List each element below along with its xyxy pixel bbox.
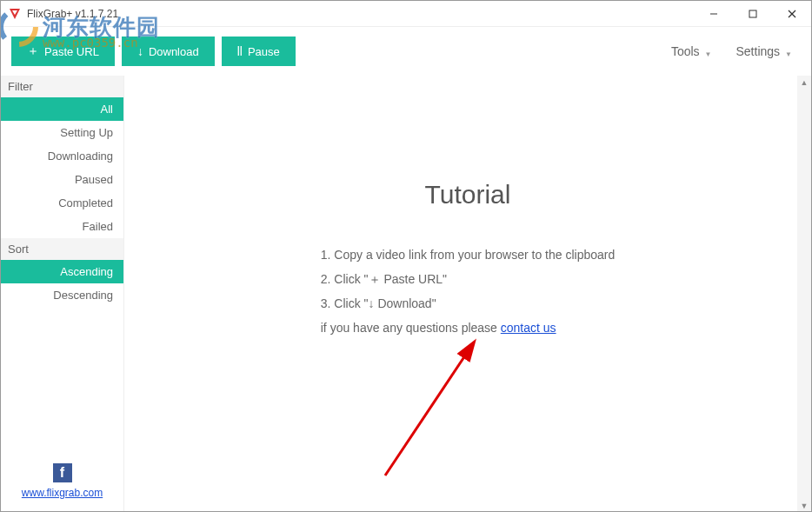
sidebar-footer: f www.flixgrab.com: [1, 456, 123, 512]
tutorial-help-prefix: if you have any questions please: [321, 321, 501, 335]
facebook-icon[interactable]: f: [53, 463, 72, 482]
chevron-down-icon: ▼: [785, 50, 792, 58]
tutorial-step-3: 3. Click "↓ Download": [321, 291, 616, 316]
window-controls: [694, 1, 811, 26]
tutorial-panel: Tutorial 1. Copy a video link from your …: [321, 180, 616, 340]
download-icon: ↓: [137, 44, 143, 58]
tools-label: Tools: [671, 44, 700, 58]
download-button[interactable]: ↓ Download: [122, 37, 215, 66]
body: Filter All Setting Up Downloading Paused…: [1, 76, 811, 512]
minimize-button[interactable]: [694, 1, 733, 26]
plus-icon: ＋: [27, 43, 39, 59]
main-content: Tutorial 1. Copy a video link from your …: [124, 76, 811, 512]
sort-header: Sort: [1, 238, 123, 260]
toolbar: ＋ Paste URL ↓ Download ll Pause Tools ▼ …: [1, 27, 811, 76]
chevron-down-icon: ▼: [705, 50, 712, 58]
sidebar: Filter All Setting Up Downloading Paused…: [1, 76, 124, 512]
pause-icon: ll: [237, 44, 243, 58]
filter-header: Filter: [1, 76, 123, 97]
filter-item-paused[interactable]: Paused: [1, 168, 123, 191]
pause-button[interactable]: ll Pause: [222, 37, 296, 66]
tutorial-step-2: 2. Click "＋ Paste URL": [321, 267, 616, 291]
svg-line-6: [385, 345, 472, 475]
window-title: FlixGrab+ v1.1.7.21: [27, 8, 694, 20]
paste-url-label: Paste URL: [44, 45, 99, 58]
tutorial-heading: Tutorial: [321, 180, 616, 209]
app-icon: [8, 7, 22, 21]
tutorial-step-1: 1. Copy a video link from your browser t…: [321, 243, 616, 267]
scrollbar[interactable]: ▲ ▼: [797, 76, 811, 512]
close-button[interactable]: [772, 1, 811, 26]
sort-item-ascending[interactable]: Ascending: [1, 260, 123, 283]
contact-us-link[interactable]: contact us: [501, 321, 556, 335]
settings-menu[interactable]: Settings ▼: [727, 39, 801, 63]
paste-url-button[interactable]: ＋ Paste URL: [11, 37, 115, 66]
svg-rect-3: [749, 10, 756, 17]
pause-label: Pause: [248, 45, 280, 58]
filter-item-completed[interactable]: Completed: [1, 191, 123, 215]
tools-menu[interactable]: Tools ▼: [662, 39, 721, 63]
annotation-arrow: [376, 336, 489, 484]
maximize-button[interactable]: [733, 1, 772, 26]
site-link[interactable]: www.flixgrab.com: [22, 487, 103, 499]
titlebar: FlixGrab+ v1.1.7.21: [1, 1, 811, 27]
sort-item-descending[interactable]: Descending: [1, 283, 123, 307]
filter-item-setting-up[interactable]: Setting Up: [1, 121, 123, 144]
download-label: Download: [149, 45, 199, 58]
scroll-up-arrow[interactable]: ▲: [797, 76, 811, 90]
tutorial-help: if you have any questions please contact…: [321, 316, 616, 340]
scroll-down-arrow[interactable]: ▼: [797, 499, 811, 512]
settings-label: Settings: [735, 44, 780, 58]
filter-item-failed[interactable]: Failed: [1, 215, 123, 238]
filter-item-all[interactable]: All: [1, 97, 123, 121]
filter-item-downloading[interactable]: Downloading: [1, 144, 123, 168]
